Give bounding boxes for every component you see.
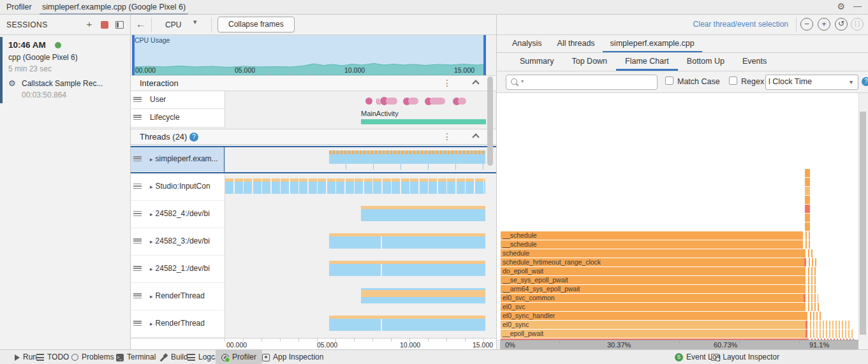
thread-label-cell[interactable]: ▸RenderThread <box>131 283 224 310</box>
thread-activity-track[interactable] <box>224 228 486 256</box>
profiler-type-dropdown[interactable]: CPU <box>156 17 209 33</box>
tool-window-label[interactable]: Profiler <box>6 3 32 11</box>
thread-row[interactable]: ▸RenderThread <box>131 283 496 310</box>
gear-icon[interactable]: ⚙ <box>837 1 845 11</box>
clock-type-dropdown[interactable]: l Clock Time ▾ <box>765 75 858 90</box>
flame-frame[interactable]: el0_svc_common <box>501 294 805 302</box>
thread-label-cell[interactable]: ▸RenderThread <box>131 310 224 338</box>
expand-arrow-icon[interactable]: ▸ <box>150 211 153 217</box>
subtab-summary[interactable]: Summary <box>511 53 563 71</box>
flame-frame[interactable]: schedule_hrtimeout_range_clock <box>501 258 806 266</box>
thread-label-cell[interactable]: ▸24582_1:/dev/bi <box>131 256 224 283</box>
expand-arrow-icon[interactable]: ▸ <box>150 156 153 163</box>
flame-frame[interactable]: __schedule <box>501 231 803 240</box>
thread-row[interactable]: ▸simpleperf.exam... <box>131 146 496 173</box>
lifecycle-row-label-cell[interactable]: Lifecycle <box>131 109 224 127</box>
thread-activity-track[interactable] <box>224 173 486 201</box>
flame-frame[interactable]: el0_sync <box>501 321 807 329</box>
kebab-menu-icon[interactable]: ⋮ <box>443 78 452 88</box>
thread-activity-track[interactable] <box>224 147 486 172</box>
tab-simpleperf-example-cpp[interactable]: simpleperf.example.cpp <box>603 35 702 52</box>
expand-arrow-icon[interactable]: ▸ <box>150 266 153 272</box>
search-input[interactable] <box>528 76 654 88</box>
flame-frame[interactable]: el0_svc <box>501 303 805 311</box>
expand-arrow-icon[interactable]: ▸ <box>150 238 153 245</box>
user-row-label-cell[interactable]: User <box>131 91 224 109</box>
kebab-menu-icon[interactable]: ⋮ <box>443 131 452 142</box>
flame-frame[interactable]: __epoll_pwait <box>501 330 807 338</box>
lifecycle-track[interactable]: MainActivity <box>224 109 486 127</box>
drag-handle-icon[interactable] <box>133 97 142 103</box>
flame-chart[interactable]: __schedule__schedulescheduleschedule_hrt… <box>497 93 858 340</box>
expand-arrow-icon[interactable]: ▸ <box>150 293 153 300</box>
collapse-section-icon[interactable] <box>473 135 478 140</box>
thread-row[interactable]: ▸RenderThread <box>131 310 496 338</box>
flame-frame[interactable]: __arm64_sys_epoll_pwait <box>501 285 805 293</box>
drag-handle-icon[interactable] <box>133 321 142 327</box>
thread-activity-track[interactable] <box>224 201 486 228</box>
thread-activity-track[interactable] <box>224 256 486 283</box>
thread-label-cell[interactable]: ▸Studio:InputCon <box>131 173 224 201</box>
stop-recording-icon[interactable] <box>101 21 108 29</box>
flame-frame[interactable]: el0_sync_handler <box>501 312 807 320</box>
tab-analysis[interactable]: Analysis <box>504 35 550 52</box>
thread-activity-track[interactable] <box>224 310 486 338</box>
flame-frame[interactable]: __schedule <box>501 240 803 249</box>
flame-frame[interactable]: do_epoll_wait <box>501 267 805 275</box>
back-arrow-icon[interactable]: ← <box>136 18 145 29</box>
help-icon[interactable]: ? <box>862 77 868 86</box>
expand-arrow-icon[interactable]: ▸ <box>150 321 153 327</box>
tab-all-threads[interactable]: All threads <box>550 35 603 52</box>
statusbar-profiler[interactable]: Profiler <box>216 350 262 364</box>
expand-arrow-icon[interactable]: ▸ <box>150 184 153 190</box>
match-case-checkbox[interactable] <box>665 76 673 85</box>
collapse-section-icon[interactable] <box>473 81 478 86</box>
thread-row[interactable]: ▸24582_4:/dev/bi <box>131 201 496 228</box>
zoom-in-button[interactable]: + <box>818 18 830 31</box>
reset-zoom-button[interactable]: ↺ <box>835 18 848 31</box>
drag-handle-icon[interactable] <box>133 266 142 272</box>
flame-scrollbar[interactable] <box>860 112 866 335</box>
zoom-out-button[interactable]: − <box>800 18 813 31</box>
minimize-icon[interactable]: — <box>853 1 862 11</box>
subtab-flame-chart[interactable]: Flame Chart <box>616 53 678 71</box>
session-time[interactable]: 10:46 AM <box>8 40 46 50</box>
flame-frame[interactable]: schedule <box>501 249 805 258</box>
collapse-panel-icon[interactable] <box>115 21 124 29</box>
subtab-top-down[interactable]: Top Down <box>563 53 616 71</box>
subtab-bottom-up[interactable]: Bottom Up <box>678 53 733 71</box>
session-name[interactable]: cpp (Google Pixel 6) <box>8 53 78 62</box>
session-tab[interactable]: simpleperf.example.cpp (Google Pixel 6) <box>40 0 188 15</box>
drag-handle-icon[interactable] <box>133 184 142 190</box>
thread-row[interactable]: ▸Studio:InputCon <box>131 173 496 201</box>
statusbar-layout-inspector[interactable]: Layout Inspector <box>705 350 785 364</box>
cpu-usage-chart[interactable]: CPU Usage 00.00005.00010.00015.000 <box>132 35 486 75</box>
range-handle-left[interactable] <box>132 35 135 75</box>
recording-label[interactable]: Callstack Sample Rec... <box>22 79 103 88</box>
drag-handle-icon[interactable] <box>133 238 142 245</box>
statusbar-app-inspection[interactable]: App Inspection <box>256 350 329 364</box>
subtab-events[interactable]: Events <box>733 53 776 71</box>
flame-frame[interactable]: __se_sys_epoll_pwait <box>501 276 805 284</box>
search-options-caret-icon[interactable]: ▾ <box>521 78 524 84</box>
thread-row[interactable]: ▸24582_3:/dev/bi <box>131 228 496 256</box>
range-handle-right[interactable] <box>483 35 486 75</box>
drag-handle-icon[interactable] <box>133 156 142 163</box>
user-events-track[interactable] <box>224 91 486 109</box>
help-icon[interactable]: ? <box>189 133 198 142</box>
add-session-icon[interactable]: + <box>84 19 94 29</box>
regex-checkbox[interactable] <box>729 76 737 85</box>
thread-label-cell[interactable]: ▸24582_3:/dev/bi <box>131 228 224 256</box>
drag-handle-icon[interactable] <box>133 211 142 217</box>
drag-handle-icon[interactable] <box>133 115 142 121</box>
regex-label[interactable]: Regex <box>741 77 764 86</box>
drag-handle-icon[interactable] <box>133 293 142 300</box>
clear-selection-link[interactable]: Clear thread/event selection <box>693 20 788 29</box>
collapse-frames-button[interactable]: Collapse frames <box>217 17 295 33</box>
match-case-label[interactable]: Match Case <box>677 77 720 86</box>
search-box[interactable]: ▾ <box>506 75 658 90</box>
thread-row[interactable]: ▸24582_1:/dev/bi <box>131 256 496 283</box>
threads-scrollbar[interactable] <box>487 76 493 166</box>
thread-activity-track[interactable] <box>224 283 486 310</box>
thread-label-cell[interactable]: ▸24582_4:/dev/bi <box>131 201 224 228</box>
